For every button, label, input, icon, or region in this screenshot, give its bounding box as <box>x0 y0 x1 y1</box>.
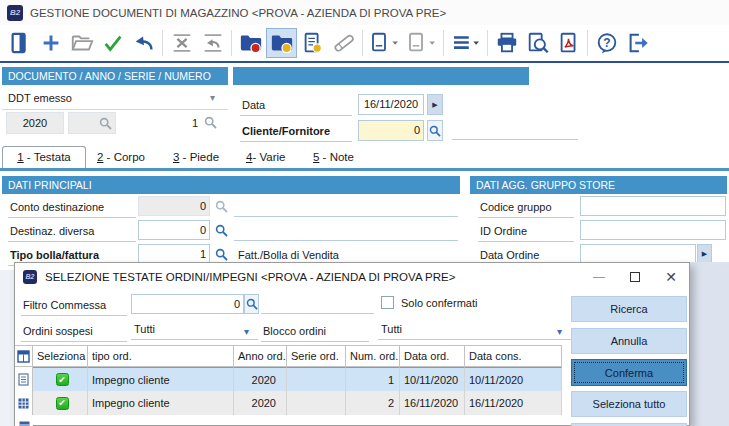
tab-varie[interactable]: 4- Varie <box>246 146 285 168</box>
conto-destinazione-desc <box>234 198 458 217</box>
dialog-titlebar[interactable]: B2 SELEZIONE TESTATE ORDINI/IMPEGNI <PRO… <box>15 263 689 290</box>
document-note-icon[interactable] <box>297 28 328 58</box>
print-icon[interactable] <box>491 28 522 58</box>
open-folder-icon[interactable] <box>66 28 97 58</box>
numero-field[interactable]: 1 <box>130 112 198 134</box>
column-header-seleziona[interactable]: Seleziona <box>33 345 88 367</box>
solo-confermati-checkbox[interactable] <box>381 296 394 309</box>
doc-type-value: DDT emesso <box>8 92 72 104</box>
blocco-ordini-label: Blocco ordini <box>261 322 369 342</box>
cliente-fornitore-field[interactable]: 0 <box>358 120 424 141</box>
help-icon[interactable]: ? <box>591 28 622 58</box>
conto-destinazione-field[interactable]: 0 <box>138 196 210 216</box>
document-export-blue-icon[interactable] <box>366 28 403 58</box>
tab-note[interactable]: 5 - Note <box>313 146 354 168</box>
conferma-button[interactable]: Conferma <box>571 359 687 386</box>
tabs-divider <box>0 168 729 171</box>
row-selector-icon[interactable] <box>15 391 33 415</box>
cell-anno-ord[interactable]: 2020 <box>234 391 287 415</box>
tab-piede[interactable]: 3 - Piede <box>173 146 219 168</box>
cell-tipo-ord[interactable]: Impegno cliente <box>88 391 234 415</box>
tab-label: - Piede <box>179 151 219 163</box>
row-selector-icon[interactable] <box>15 419 33 426</box>
destinaz-diversa-field[interactable]: 0 <box>138 220 210 240</box>
cell-num-ord[interactable]: 2 <box>346 391 400 415</box>
new-document-icon[interactable] <box>4 28 35 58</box>
anno-field[interactable]: 2020 <box>6 112 64 134</box>
maximize-icon[interactable] <box>617 263 653 290</box>
search-icon[interactable] <box>99 117 112 135</box>
filtro-commessa-field[interactable]: 0 <box>131 294 244 314</box>
checked-checkbox-icon[interactable]: ✔ <box>56 373 69 386</box>
ordini-sospesi-dropdown[interactable]: Tutti ▾ <box>131 320 258 340</box>
column-header-serie-ord[interactable]: Serie ord. <box>287 345 346 367</box>
minimize-icon[interactable]: — <box>581 263 617 290</box>
calendar-arrow-icon[interactable]: ▶ <box>427 94 443 115</box>
column-header-data-ord[interactable]: Data ord. <box>400 345 465 367</box>
cell-data-ord[interactable]: 16/11/2020 <box>400 391 465 415</box>
document-export-gray-icon[interactable] <box>403 28 440 58</box>
confirm-check-icon[interactable] <box>97 28 128 58</box>
row-selector-icon[interactable] <box>15 367 33 391</box>
annulla-button[interactable]: Annulla <box>571 328 687 354</box>
data-label: Data <box>240 96 352 116</box>
column-header-data-cons[interactable]: Data cons. <box>465 345 562 367</box>
tipo-bolla-field[interactable]: 1 <box>138 244 210 264</box>
import-folder-red-icon[interactable] <box>235 28 266 58</box>
dialog-title: SELEZIONE TESTATE ORDINI/IMPEGNI <PROVA … <box>45 271 455 283</box>
grid-corner-icon[interactable] <box>15 345 33 367</box>
search-icon[interactable] <box>215 248 228 263</box>
eraser-icon[interactable] <box>328 28 359 58</box>
serie-field[interactable] <box>68 112 116 134</box>
tab-label: - Varie <box>252 151 285 163</box>
app-logo-icon: B2 <box>7 5 23 21</box>
tab-corpo[interactable]: 2 - Corpo <box>97 146 145 168</box>
search-icon[interactable] <box>215 224 228 239</box>
close-icon[interactable]: ✕ <box>653 263 689 290</box>
codice-gruppo-field[interactable] <box>580 196 726 216</box>
search-icon <box>215 200 228 215</box>
undo-icon[interactable] <box>128 28 159 58</box>
cell-tipo-ord[interactable]: Impegno cliente <box>88 367 234 391</box>
row-checkbox-cell[interactable]: ✔ <box>33 367 88 391</box>
doc-type-dropdown[interactable]: DDT emesso ▾ <box>2 87 228 110</box>
cell-num-ord[interactable]: 1 <box>346 367 400 391</box>
cliente-fornitore-label: Cliente/Fornitore <box>240 122 352 142</box>
menu-list-icon[interactable] <box>447 28 484 58</box>
toolbar-separator <box>162 30 163 56</box>
window-background <box>0 270 14 426</box>
calendar-arrow-icon[interactable]: ▶ <box>697 244 712 264</box>
search-icon[interactable] <box>427 120 443 141</box>
conto-destinazione-label: Conto destinazione <box>8 198 136 218</box>
search-icon[interactable] <box>204 116 217 131</box>
cell-anno-ord[interactable]: 2020 <box>234 367 287 391</box>
ricerca-button[interactable]: Ricerca <box>571 296 687 322</box>
tab-testata[interactable]: 1 - Testata <box>2 146 86 168</box>
import-folder-yellow-icon[interactable] <box>266 28 297 58</box>
cell-serie-ord[interactable] <box>287 391 346 415</box>
main-toolbar: ? <box>0 25 729 61</box>
row-checkbox-cell[interactable]: ✔ <box>33 391 88 415</box>
restore-row-icon[interactable] <box>197 28 228 58</box>
exit-icon[interactable] <box>622 28 653 58</box>
filtro-commessa-desc <box>261 296 374 314</box>
delete-row-icon[interactable] <box>166 28 197 58</box>
checked-checkbox-icon[interactable]: ✔ <box>56 397 69 410</box>
column-header-tipo-ord[interactable]: tipo ord. <box>88 345 234 367</box>
pdf-icon[interactable] <box>553 28 584 58</box>
column-header-num-ord[interactable]: Num. ord. <box>346 345 400 367</box>
blocco-ordini-dropdown[interactable]: Tutti ▾ <box>378 320 571 340</box>
column-header-anno-ord[interactable]: Anno ord. <box>234 345 287 367</box>
search-icon[interactable] <box>244 294 259 314</box>
cell-data-cons[interactable]: 10/11/2020 <box>465 367 562 391</box>
id-ordine-field[interactable] <box>580 220 726 240</box>
seleziona-tutto-button[interactable]: Seleziona tutto <box>571 391 687 417</box>
doc-section-header-right <box>233 67 529 85</box>
print-preview-icon[interactable] <box>522 28 553 58</box>
data-field[interactable]: 16/11/2020 <box>358 94 424 115</box>
cell-data-cons[interactable]: 16/11/2020 <box>465 391 562 415</box>
cell-serie-ord[interactable] <box>287 367 346 391</box>
cell-data-ord[interactable]: 10/11/2020 <box>400 367 465 391</box>
data-ordine-field[interactable] <box>580 244 696 264</box>
add-icon[interactable] <box>35 28 66 58</box>
